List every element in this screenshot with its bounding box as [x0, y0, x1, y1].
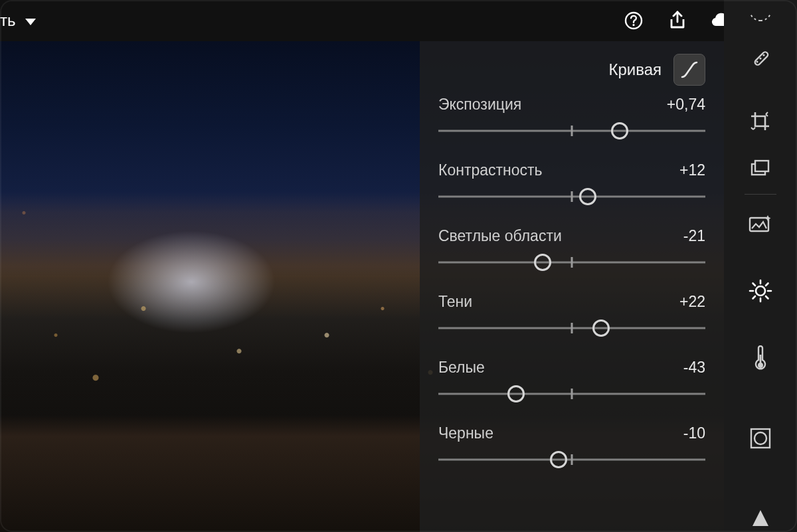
curve-section-header: Кривая	[438, 53, 705, 86]
slider-thumb[interactable]	[550, 451, 567, 468]
slider-track[interactable]	[438, 186, 705, 207]
crop-icon	[749, 110, 772, 133]
slider-value: -21	[683, 227, 705, 245]
sharpen-icon	[751, 508, 770, 528]
slider-track[interactable]	[438, 383, 705, 404]
svg-point-1	[632, 24, 634, 26]
tone-curve-button[interactable]	[673, 54, 705, 86]
help-icon	[624, 11, 644, 31]
crop-tool[interactable]	[724, 107, 797, 135]
curve-label: Кривая	[608, 60, 662, 79]
healing-brush-tool[interactable]	[724, 44, 797, 73]
slider-label: Черные	[438, 424, 493, 442]
svg-point-14	[756, 286, 765, 296]
slider-label: Экспозиция	[438, 96, 521, 114]
slider-thumb[interactable]	[611, 122, 628, 139]
slider-value: +12	[679, 161, 705, 179]
slider-track[interactable]	[438, 120, 705, 141]
color-temp-icon	[753, 345, 768, 372]
light-icon	[748, 278, 773, 304]
slider-Черные: Черные-10	[438, 424, 705, 470]
slider-value: -10	[683, 424, 705, 442]
chevron-down-icon	[25, 19, 36, 25]
vignette-tool[interactable]	[724, 422, 797, 455]
slider-Светлые области: Светлые области-21	[438, 227, 705, 273]
top-bar: ть	[0, 0, 797, 41]
color-wheel-icon	[749, 7, 772, 22]
svg-point-10	[762, 54, 764, 56]
slider-label: Тени	[438, 293, 472, 311]
slider-track[interactable]	[438, 449, 705, 470]
color-temp-tool[interactable]	[724, 342, 797, 375]
slider-thumb[interactable]	[507, 385, 525, 402]
tool-divider	[745, 194, 776, 195]
sliders-container: Экспозиция+0,74Контрастность+12Светлые о…	[438, 96, 705, 470]
tool-strip	[724, 0, 797, 532]
curve-icon	[679, 60, 699, 80]
share-icon	[667, 10, 687, 31]
slider-value: +22	[679, 293, 705, 311]
help-button[interactable]	[614, 0, 654, 41]
presets-icon	[749, 157, 772, 179]
svg-rect-13	[750, 218, 768, 231]
document-title-dropdown[interactable]: ть	[0, 11, 36, 30]
slider-Белые: Белые-43	[438, 359, 705, 404]
auto-enhance-tool[interactable]	[724, 207, 797, 240]
sharpen-tool[interactable]	[724, 501, 797, 532]
slider-Тени: Тени+22	[438, 293, 705, 339]
document-title-text: ть	[0, 11, 16, 30]
slider-track[interactable]	[438, 252, 705, 273]
svg-rect-16	[760, 355, 762, 364]
edit-panel: Кривая Экспозиция+0,74Контрастность+12Св…	[420, 41, 724, 532]
svg-point-9	[759, 58, 761, 60]
healing-brush-icon	[749, 47, 772, 70]
slider-thumb[interactable]	[534, 254, 551, 271]
slider-label: Светлые области	[438, 227, 562, 245]
slider-Контрастность: Контрастность+12	[438, 161, 705, 207]
svg-point-18	[754, 432, 766, 444]
svg-point-8	[756, 61, 758, 63]
svg-rect-12	[755, 161, 768, 171]
presets-tool[interactable]	[724, 153, 797, 182]
slider-value: +0,74	[667, 96, 705, 114]
slider-thumb[interactable]	[592, 319, 610, 337]
share-button[interactable]	[658, 0, 697, 41]
auto-enhance-icon	[748, 213, 773, 234]
light-tool[interactable]	[724, 274, 797, 308]
slider-thumb[interactable]	[579, 188, 596, 205]
slider-Экспозиция: Экспозиция+0,74	[438, 96, 705, 141]
vignette-icon	[749, 426, 772, 450]
slider-value: -43	[683, 359, 705, 377]
slider-track[interactable]	[438, 317, 705, 339]
slider-label: Контрастность	[438, 161, 543, 179]
color-wheel-tool[interactable]	[724, 3, 797, 27]
slider-label: Белые	[438, 359, 485, 377]
